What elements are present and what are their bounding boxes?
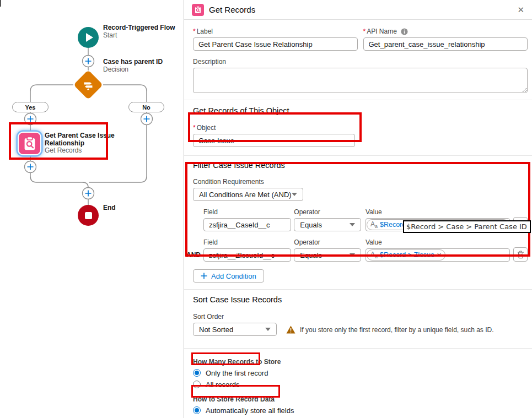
start-node-label: Record-Triggered Flow Start — [103, 24, 175, 39]
sort-order-label: Sort Order — [193, 313, 277, 321]
and-connector-label: AND — [186, 251, 203, 262]
close-icon[interactable]: ✕ — [517, 5, 524, 15]
branch-label-no[interactable]: No — [128, 102, 164, 112]
flow-canvas[interactable]: Record-Triggered Flow Start Case has par… — [0, 0, 184, 418]
add-element-button[interactable] — [141, 113, 153, 125]
delete-condition-button[interactable] — [513, 247, 528, 262]
how-many-records-label: How Many Records to Store — [193, 358, 528, 366]
text-type-icon: Aa — [370, 251, 378, 259]
radio-option-label: Only the first record — [206, 369, 268, 377]
add-condition-button[interactable]: Add Condition — [193, 269, 264, 283]
chevron-down-icon — [265, 328, 271, 331]
label-field-label: Label — [197, 28, 213, 35]
stop-icon — [85, 212, 92, 219]
radio-option[interactable]: All records — [193, 380, 528, 389]
get-records-panel-icon — [192, 4, 204, 16]
section-divider — [184, 155, 532, 156]
start-node[interactable] — [78, 27, 99, 48]
remove-value-icon[interactable]: ✕ — [437, 252, 442, 259]
radio-option[interactable]: Automatically store all fields — [193, 406, 528, 415]
panel-body: *Label *API Name Description Get Records… — [184, 20, 532, 418]
condition-operator-select[interactable]: Equals — [294, 218, 361, 231]
section-divider — [184, 289, 532, 290]
text-type-icon: Aa — [370, 220, 378, 229]
clipboard-search-icon — [22, 135, 38, 152]
get-records-node-label: Get Parent Case Issue Relationship Get R… — [45, 132, 115, 155]
sort-warning: If you store only the first record, filt… — [286, 325, 494, 334]
radio-option[interactable]: Only the first record — [193, 368, 528, 377]
required-marker: * — [193, 124, 196, 132]
api-name-field-label: API Name — [367, 28, 397, 35]
object-section-heading: Get Records of This Object — [193, 106, 528, 115]
get-records-node-selected[interactable] — [18, 132, 41, 155]
condition-rows: Field Operator Equals Value Aa $Re — [186, 208, 528, 262]
filter-section-heading: Filter Case Issue Records — [193, 161, 528, 170]
add-element-button[interactable] — [83, 188, 94, 199]
value-pill[interactable]: Aa $Record > ZIssue ✕ — [367, 249, 445, 260]
trash-icon — [517, 251, 524, 259]
api-name-input[interactable] — [363, 37, 528, 51]
info-icon[interactable] — [401, 28, 408, 35]
sort-order-select[interactable]: Not Sorted — [193, 323, 277, 336]
radio-selected-icon[interactable] — [193, 406, 201, 414]
object-input[interactable] — [193, 134, 355, 147]
label-field-group: *Label — [193, 28, 358, 51]
section-divider — [184, 348, 532, 349]
add-element-button[interactable] — [83, 56, 94, 67]
value-column-label: Value — [366, 238, 510, 246]
condition-field-input[interactable] — [203, 218, 291, 231]
end-node-label: End — [103, 204, 116, 212]
add-element-button[interactable] — [25, 161, 36, 173]
object-field-label: Object — [197, 124, 216, 132]
condition-requirements-select[interactable]: All Conditions Are Met (AND) — [193, 188, 303, 201]
sort-order-group: Sort Order Not Sorted If you store only … — [193, 313, 528, 336]
chevron-down-icon — [350, 223, 355, 226]
warning-icon — [286, 325, 295, 334]
condition-operator-select[interactable]: Equals — [294, 248, 361, 262]
chevron-down-icon — [350, 253, 355, 257]
chevron-down-icon — [292, 193, 297, 196]
condition-field-input[interactable] — [203, 248, 291, 262]
value-pill-text: $Record > ZIssue — [380, 251, 434, 259]
api-name-field-group: *API Name — [363, 28, 528, 51]
object-field-group: *Object — [193, 124, 355, 147]
panel-title: Get Records — [209, 5, 255, 14]
radio-option-label: All records — [206, 381, 239, 389]
condition-row: AND Field Operator Equals Value — [186, 238, 528, 262]
clipboard-search-icon — [194, 6, 202, 14]
decision-node-label: Case has parent ID Decision — [103, 58, 163, 73]
branch-label-yes[interactable]: Yes — [12, 102, 49, 112]
condition-value-input[interactable]: Aa $Record > ZIssue ✕ — [366, 248, 510, 262]
section-divider — [184, 100, 532, 100]
condition-requirements-group: Condition Requirements All Conditions Ar… — [193, 178, 303, 201]
field-column-label: Field — [203, 238, 291, 246]
radio-option-label: Automatically store all fields — [206, 406, 294, 415]
sort-warning-text: If you store only the first record, filt… — [300, 326, 494, 334]
play-icon — [86, 33, 93, 42]
end-node[interactable] — [78, 205, 99, 226]
description-textarea[interactable] — [193, 68, 528, 93]
description-field-group: Description — [193, 58, 528, 95]
how-to-store-label: How to Store Record Data — [193, 395, 528, 403]
field-column-label: Field — [203, 208, 291, 216]
radio-unselected-icon[interactable] — [193, 381, 201, 388]
sort-section-heading: Sort Case Issue Records — [193, 295, 528, 304]
get-records-config-panel: Get Records ✕ *Label *API Name Desc — [184, 0, 532, 418]
operator-column-label: Operator — [294, 208, 361, 216]
plus-icon — [201, 273, 207, 279]
value-tooltip: $Record > Case > Parent Case ID — [403, 220, 531, 233]
operator-column-label: Operator — [294, 238, 361, 246]
panel-header: Get Records ✕ — [184, 0, 532, 20]
condition-requirements-label: Condition Requirements — [193, 178, 303, 186]
add-element-button[interactable] — [25, 113, 36, 125]
value-column-label: Value — [366, 208, 510, 216]
required-marker: * — [363, 28, 366, 35]
description-label: Description — [193, 58, 528, 66]
label-input[interactable] — [193, 37, 358, 51]
required-marker: * — [193, 28, 196, 35]
condition-requirements-value: All Conditions Are Met (AND) — [199, 191, 292, 199]
decision-signpost-icon — [82, 78, 95, 91]
radio-selected-icon[interactable] — [193, 369, 201, 377]
